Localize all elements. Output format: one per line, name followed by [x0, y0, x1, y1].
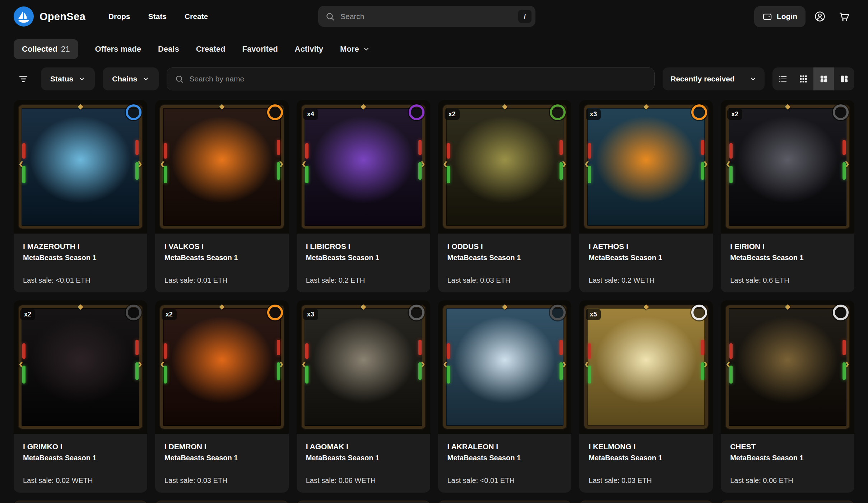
nft-card[interactable]: ◆ ‹ › x3 I AGOMAK I MetaBeasts Season 1 … — [297, 300, 430, 493]
last-sale: Last sale: 0.03 ETH — [164, 476, 279, 485]
element-ring-badge — [409, 305, 424, 320]
cart-button[interactable] — [834, 6, 854, 27]
nft-card[interactable]: ◆ ‹ › I AKRALEON I MetaBeasts Season 1 L… — [438, 300, 572, 493]
status-dropdown[interactable]: Status — [41, 67, 95, 90]
element-ring-badge — [267, 305, 283, 320]
last-sale: Last sale: 0.2 ETH — [306, 276, 421, 285]
quantity-badge: x2 — [445, 109, 460, 120]
collection-name: MetaBeasts Season 1 — [447, 454, 562, 462]
frame-gem-green-left — [588, 166, 591, 183]
card-info: I EIRION I MetaBeasts Season 1 Last sale… — [721, 234, 854, 292]
tab-more-label: More — [340, 44, 359, 54]
frame-gem-green-left — [305, 166, 308, 183]
tab-created[interactable]: Created — [196, 44, 226, 54]
nft-artwork: ◆ ‹ › x2 — [438, 100, 572, 234]
nav-link-create[interactable]: Create — [185, 12, 208, 21]
tab-more[interactable]: More — [340, 44, 370, 54]
brand-title[interactable]: OpenSea — [40, 11, 85, 23]
list-view-toggle[interactable] — [772, 67, 793, 90]
card-partial — [155, 500, 289, 503]
frame-gem-green-right — [418, 162, 422, 180]
frame-gem-green-left — [447, 366, 450, 383]
sort-dropdown[interactable]: Recently received — [663, 67, 765, 90]
frame-gem-green-right — [135, 162, 139, 180]
nft-name: I MAZEROUTH I — [23, 242, 138, 251]
card-frame: ◆ ‹ › — [726, 305, 849, 429]
tab-deals[interactable]: Deals — [158, 44, 179, 54]
frame-gem-red-right — [135, 340, 139, 355]
account-button[interactable] — [810, 6, 830, 27]
opensea-logo-icon[interactable] — [14, 6, 34, 27]
tab-collected-count: 21 — [61, 44, 70, 54]
element-ring-badge — [267, 104, 283, 120]
tab-collected[interactable]: Collected 21 — [14, 39, 78, 59]
small-grid-icon — [799, 74, 808, 84]
login-button[interactable]: Login — [754, 6, 806, 27]
nft-card[interactable]: ◆ ‹ › I MAZEROUTH I MetaBeasts Season 1 … — [14, 100, 147, 292]
nft-card[interactable]: ◆ ‹ › CHEST MetaBeasts Season 1 Last sal… — [721, 300, 854, 493]
wallet-icon — [762, 12, 772, 22]
frame-gem-red-right — [135, 140, 139, 155]
search-shortcut-key: / — [518, 10, 532, 23]
chains-dropdown[interactable]: Chains — [103, 67, 159, 90]
last-sale: Last sale: 0.03 ETH — [447, 276, 562, 285]
nft-card[interactable]: ◆ ‹ › x4 I LIBICROS I MetaBeasts Season … — [297, 100, 430, 292]
nft-artwork: ◆ ‹ › x2 — [155, 300, 289, 434]
tab-collected-label: Collected — [22, 44, 57, 54]
collection-name: MetaBeasts Season 1 — [447, 254, 562, 262]
nft-artwork: ◆ ‹ › — [14, 100, 147, 234]
nft-card[interactable]: ◆ ‹ › x5 I KELMONG I MetaBeasts Season 1… — [579, 300, 713, 493]
element-ring-badge — [833, 305, 849, 320]
frame-gem-red-right — [277, 140, 280, 155]
collection-name: MetaBeasts Season 1 — [164, 454, 279, 462]
frame-gem-green-left — [164, 166, 167, 183]
element-ring-badge — [126, 305, 141, 320]
nft-name: I AKRALEON I — [447, 442, 562, 451]
nft-card[interactable]: ◆ ‹ › x3 I AETHOS I MetaBeasts Season 1 … — [579, 100, 713, 292]
tab-activity[interactable]: Activity — [295, 44, 323, 54]
large-grid-view-toggle[interactable] — [813, 67, 834, 90]
frame-gem-green-right — [560, 362, 563, 380]
frame-emblem-icon: ◆ — [644, 303, 649, 310]
card-partial — [14, 500, 147, 503]
nft-card[interactable]: ◆ ‹ › I VALKOS I MetaBeasts Season 1 Las… — [155, 100, 289, 292]
element-ring-badge — [550, 305, 566, 320]
tab-favorited[interactable]: Favorited — [242, 44, 278, 54]
masonry-view-icon — [840, 74, 849, 84]
quantity-badge: x3 — [303, 309, 318, 320]
last-sale: Last sale: <0.01 ETH — [23, 276, 138, 285]
nav-link-stats[interactable]: Stats — [148, 12, 167, 21]
nav-link-drops[interactable]: Drops — [108, 12, 130, 21]
frame-gem-red-left — [729, 143, 733, 159]
element-ring-badge — [409, 104, 424, 120]
nft-artwork: ◆ ‹ › — [155, 100, 289, 234]
name-search-input[interactable] — [189, 75, 646, 83]
frame-emblem-icon: ◆ — [785, 103, 790, 110]
small-grid-view-toggle[interactable] — [793, 67, 813, 90]
nft-card[interactable]: ◆ ‹ › x2 I ODDUS I MetaBeasts Season 1 L… — [438, 100, 572, 292]
frame-gem-red-left — [588, 143, 591, 159]
frame-gem-green-right — [843, 162, 846, 180]
card-info: I KELMONG I MetaBeasts Season 1 Last sal… — [579, 434, 713, 493]
nft-name: I AETHOS I — [589, 242, 704, 251]
nft-card[interactable]: ◆ ‹ › x2 I EIRION I MetaBeasts Season 1 … — [721, 100, 854, 292]
element-ring-badge — [126, 104, 141, 120]
masonry-view-toggle[interactable] — [834, 67, 854, 90]
view-toggle-group — [772, 67, 854, 90]
element-ring-badge — [691, 104, 707, 120]
nft-artwork: ◆ ‹ › x5 — [579, 300, 713, 434]
nft-card[interactable]: ◆ ‹ › x2 I DEMRON I MetaBeasts Season 1 … — [155, 300, 289, 493]
last-sale: Last sale: 0.01 ETH — [164, 276, 279, 285]
filter-button[interactable] — [14, 67, 33, 90]
search-input[interactable] — [340, 12, 512, 21]
card-partial — [438, 500, 572, 503]
tab-offers-made[interactable]: Offers made — [95, 44, 141, 54]
card-frame: ◆ ‹ › — [19, 305, 142, 429]
element-ring-badge — [691, 305, 707, 320]
collection-name: MetaBeasts Season 1 — [23, 454, 138, 462]
frame-gem-red-right — [560, 340, 563, 355]
nft-name: I GRIMKO I — [23, 442, 138, 451]
nft-card[interactable]: ◆ ‹ › x2 I GRIMKO I MetaBeasts Season 1 … — [14, 300, 147, 493]
frame-emblem-icon: ◆ — [502, 303, 507, 310]
card-info: I ODDUS I MetaBeasts Season 1 Last sale:… — [438, 234, 572, 292]
